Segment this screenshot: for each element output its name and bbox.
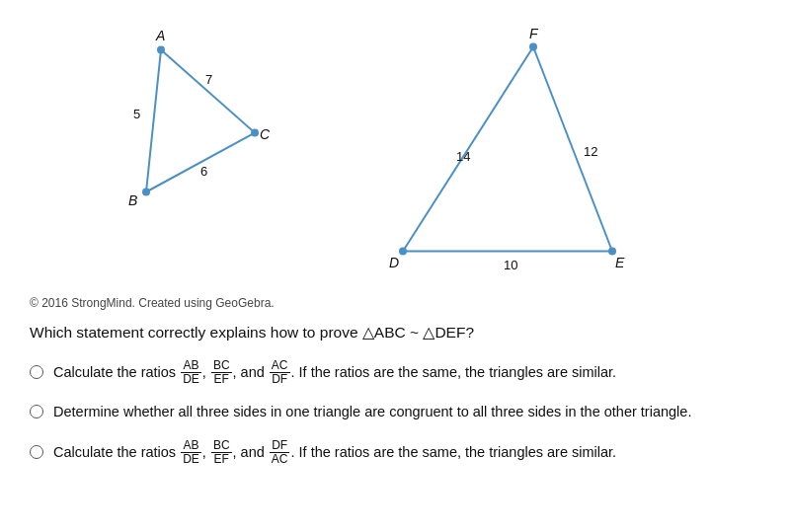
diagram-area: A B C 5 6 7 F D E [30, 20, 790, 296]
svg-line-0 [146, 50, 161, 192]
frac-AB-DE: ABDE [181, 359, 201, 386]
frac-DF-AC: DFAC [270, 439, 290, 466]
label-D: D [389, 255, 399, 270]
svg-line-2 [161, 50, 255, 133]
radio-2[interactable] [30, 405, 43, 418]
label-C: C [260, 126, 271, 142]
page: A B C 5 6 7 F D E [0, 0, 790, 487]
side-DF-label: 14 [456, 149, 470, 164]
frac-AB-DE-2: ABDE [181, 439, 201, 466]
frac-AC-DF: ACDF [270, 359, 290, 386]
vertex-B [142, 189, 150, 196]
triangle-def: F D E 14 10 12 [389, 26, 625, 272]
option-3-text: Calculate the ratios ABDE, BCEF, and DFA… [53, 439, 616, 466]
label-A: A [155, 28, 165, 43]
label-E: E [615, 255, 625, 270]
option-1-text: Calculate the ratios ABDE, BCEF, and ACD… [53, 359, 616, 386]
vertex-F [529, 43, 537, 51]
frac-BC-EF-2: BCEF [211, 439, 232, 466]
label-F: F [529, 26, 539, 41]
svg-line-5 [533, 47, 612, 252]
triangle-abc: A B C 5 6 7 [128, 28, 271, 208]
vertex-C [251, 129, 259, 137]
side-EF-label: 12 [584, 144, 597, 159]
option-1[interactable]: Calculate the ratios ABDE, BCEF, and ACD… [30, 359, 760, 386]
vertex-A [157, 46, 165, 54]
question-text: Which statement correctly explains how t… [30, 324, 760, 342]
frac-BC-EF: BCEF [211, 359, 232, 386]
options-list: Calculate the ratios ABDE, BCEF, and ACD… [30, 359, 760, 467]
svg-line-1 [146, 133, 255, 192]
side-AC-label: 7 [205, 72, 212, 87]
side-DE-label: 10 [504, 258, 517, 272]
radio-1[interactable] [30, 365, 43, 379]
option-3[interactable]: Calculate the ratios ABDE, BCEF, and DFA… [30, 439, 760, 466]
triangles-svg: A B C 5 6 7 F D E [30, 20, 760, 286]
label-B: B [128, 192, 137, 208]
side-BC-label: 6 [200, 164, 207, 179]
option-2-text: Determine whether all three sides in one… [53, 402, 691, 423]
option-2[interactable]: Determine whether all three sides in one… [30, 402, 760, 423]
radio-3[interactable] [30, 445, 43, 459]
copyright: © 2016 StrongMind. Created using GeoGebr… [30, 296, 760, 310]
vertex-D [399, 248, 407, 256]
side-AB-label: 5 [133, 107, 140, 121]
